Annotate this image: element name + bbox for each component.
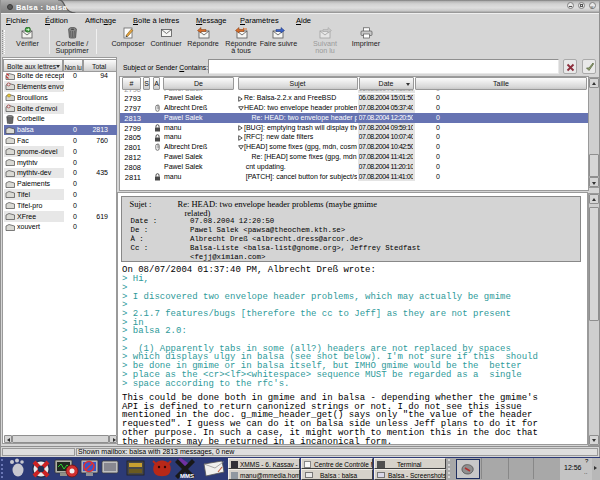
svg-text:MMS: MMS	[180, 473, 194, 479]
